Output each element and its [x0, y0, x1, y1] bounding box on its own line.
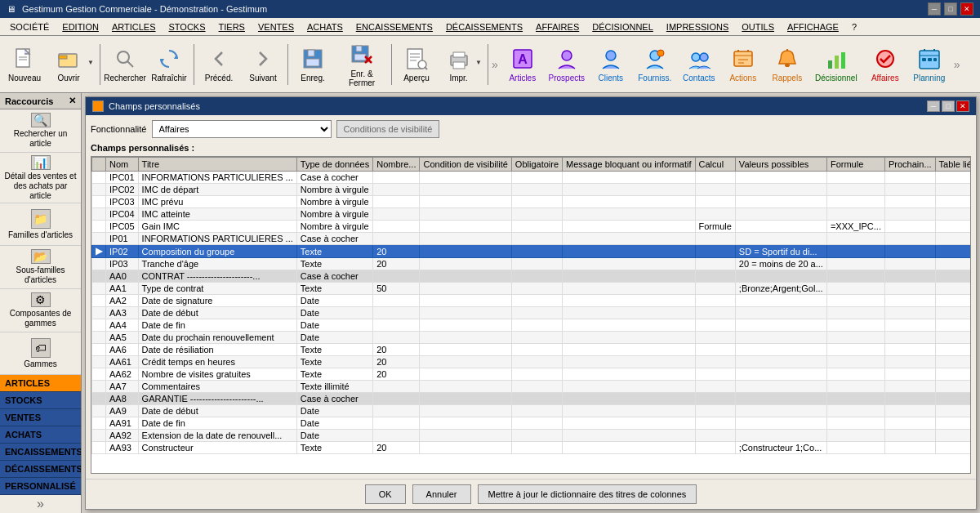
sidebar-item-sous-familles[interactable]: 📂 Sous-familles d'articles [0, 246, 81, 289]
sidebar-close-btn[interactable]: ✕ [69, 96, 76, 106]
table-row[interactable]: AA9Date de débutDate [92, 405, 972, 417]
dialog-minimize-btn[interactable]: ─ [927, 100, 940, 112]
actions-btn[interactable]: Actions [722, 39, 764, 90]
row-arrow-cell [92, 208, 106, 221]
preced-btn[interactable]: Précéd. [198, 39, 240, 90]
planning-btn[interactable]: Planning [908, 39, 951, 90]
table-row[interactable]: IPC05Gain IMCNombre à virguleFormule=XXX… [92, 221, 972, 233]
table-row[interactable]: AA8GARANTIE ----------------------...Cas… [92, 393, 972, 405]
enr-fermer-btn[interactable]: Enr. & Fermer [336, 39, 388, 90]
prospects-btn[interactable]: Prospects [546, 39, 588, 90]
menu-edition[interactable]: EDITION [56, 20, 105, 33]
table-row[interactable]: ▶IP02Composition du groupeTexte20SD = Sp… [92, 245, 972, 258]
sidebar-nav-encaissements[interactable]: ENCAISSEMENTS [0, 444, 81, 461]
table-row[interactable]: AA7CommentairesTexte illimité [92, 381, 972, 393]
table-row[interactable]: AA3Date de débutDate [92, 307, 972, 319]
table-header-row: Nom Titre Type de données Nombre... Cond… [92, 158, 972, 172]
table-row[interactable]: AA2Date de signatureDate [92, 295, 972, 307]
dialog-close-btn[interactable]: ✕ [956, 100, 969, 112]
table-row[interactable]: AA62Nombre de visites gratuitesTexte20 [92, 368, 972, 381]
conditions-visibilite-btn[interactable]: Conditions de visibilité [336, 120, 440, 138]
sidebar-nav-articles[interactable]: ARTICLES [0, 375, 81, 392]
menu-stocks[interactable]: STOCKS [163, 20, 212, 33]
nouveau-btn[interactable]: Nouveau [3, 39, 46, 90]
table-row[interactable]: AA91Date de finDate [92, 417, 972, 430]
affaires-btn[interactable]: Affaires [864, 39, 906, 90]
sidebar-item-rechercher-article[interactable]: 🔍 Rechercher un article [0, 109, 81, 153]
sidebar-nav-personnalise[interactable]: PERSONNALISÉ [0, 478, 81, 495]
fourniss-btn[interactable]: Fourniss. [634, 39, 676, 90]
sep4 [391, 44, 392, 85]
menu-decaissements[interactable]: DÉCAISSEMENTS [439, 20, 529, 33]
more-btn[interactable]: » [492, 58, 498, 71]
menu-articles[interactable]: ARTICLES [105, 20, 163, 33]
articles-btn[interactable]: A Articles [501, 39, 544, 90]
ok-btn[interactable]: OK [365, 484, 406, 504]
sidebar-item-familles[interactable]: 📁 Familles d'articles [0, 203, 81, 246]
table-row[interactable]: AA92Extension de la date de renouvell...… [92, 430, 972, 442]
table-row[interactable]: AA93ConstructeurTexte20;Constructeur 1;C… [92, 442, 972, 454]
rechercher-btn[interactable]: Rechercher [104, 39, 146, 90]
svg-rect-48 [922, 58, 926, 61]
dialog-maximize-btn[interactable]: □ [942, 100, 955, 112]
annuler-btn[interactable]: Annuler [412, 484, 471, 504]
ouvrir-dropdown-arrow[interactable]: ▼ [87, 59, 94, 69]
menu-help[interactable]: ? [845, 20, 863, 33]
sidebar-nav-decaissements[interactable]: DÉCAISSEMENTS [0, 461, 81, 478]
update-dict-btn[interactable]: Mettre à jour le dictionnaire des titres… [478, 484, 697, 504]
impr-btn[interactable]: Impr. ▼ [439, 39, 484, 90]
table-row[interactable]: AA0CONTRAT ----------------------...Case… [92, 270, 972, 283]
sidebar-item-detail-ventes[interactable]: 📊 Détail des ventes et des achats par ar… [0, 153, 81, 203]
composantes-icon: ⚙ [31, 292, 51, 307]
sidebar-item-gammes[interactable]: 🏷 Gammes [0, 332, 81, 375]
sidebar-expand-btn[interactable]: » [0, 495, 81, 513]
table-row[interactable]: AA1Type de contratTexte50;Bronze;Argent;… [92, 283, 972, 295]
table-row[interactable]: IPC03IMC prévuNombre à virgule [92, 196, 972, 208]
table-row[interactable]: IP01INFORMATIONS PARTICULIERES ...Case à… [92, 233, 972, 245]
table-row[interactable]: AA61Crédit temps en heuresTexte20 [92, 356, 972, 368]
table-row[interactable]: IPC01INFORMATIONS PARTICULIERES ...Case … [92, 172, 972, 184]
apercu-btn[interactable]: Aperçu [395, 39, 438, 90]
table-row[interactable]: IP03Tranche d'âgeTexte2020 = moins de 20… [92, 258, 972, 270]
table-row[interactable]: AA6Date de résiliationTexte20 [92, 344, 972, 356]
clients-icon [598, 46, 624, 72]
menu-affaires[interactable]: AFFAIRES [529, 20, 586, 33]
menu-affichage[interactable]: AFFICHAGE [781, 20, 845, 33]
toolbar-more-right[interactable]: » [954, 58, 960, 71]
cell-message [563, 381, 695, 393]
dialog-title: Champs personnalisés [109, 101, 927, 111]
svg-point-26 [562, 51, 572, 60]
menu-societe[interactable]: SOCIÉTÉ [3, 20, 56, 33]
cell-nom: AA92 [106, 430, 139, 442]
close-btn[interactable]: ✕ [960, 2, 973, 16]
fonctionnalite-select[interactable]: Affaires Articles Clients Contacts Fourn… [152, 120, 332, 138]
menu-impressions[interactable]: IMPRESSIONS [660, 20, 735, 33]
contacts-btn[interactable]: Contacts [678, 39, 720, 90]
sidebar-nav-achats[interactable]: ACHATS [0, 426, 81, 444]
ouvrir-btn[interactable]: Ouvrir ▼ [47, 39, 96, 90]
maximize-btn[interactable]: □ [944, 2, 957, 16]
cell-calcul: Formule [695, 221, 735, 233]
rappels-btn[interactable]: Rappels [766, 39, 808, 90]
impr-dropdown-arrow[interactable]: ▼ [475, 59, 482, 69]
menu-outils[interactable]: OUTILS [735, 20, 781, 33]
enreg-btn[interactable]: Enreg. [292, 39, 334, 90]
menu-tiers[interactable]: TIERS [212, 20, 252, 33]
minimize-btn[interactable]: ─ [928, 2, 941, 16]
sidebar-item-composantes[interactable]: ⚙ Composantes de gammes [0, 289, 81, 332]
sidebar-nav-ventes[interactable]: VENTES [0, 409, 81, 426]
menu-ventes[interactable]: VENTES [252, 20, 301, 33]
rafraichir-btn[interactable]: Rafraîchir [148, 39, 190, 90]
decisionnel-btn[interactable]: Décisionnel [810, 39, 862, 90]
clients-btn[interactable]: Clients [590, 39, 632, 90]
menu-achats[interactable]: ACHATS [301, 20, 350, 33]
table-row[interactable]: AA5Date du prochain renouvellementDate [92, 332, 972, 344]
menu-encaissements[interactable]: ENCAISSEMENTS [350, 20, 439, 33]
suivant-btn[interactable]: Suivant [242, 39, 284, 90]
cell-calcul [695, 319, 735, 332]
sidebar-nav-stocks[interactable]: STOCKS [0, 392, 81, 409]
table-row[interactable]: IPC02IMC de départNombre à virgule [92, 184, 972, 196]
table-row[interactable]: IPC04IMC atteinteNombre à virgule [92, 208, 972, 221]
table-row[interactable]: AA4Date de finDate [92, 319, 972, 332]
menu-decisionnel[interactable]: DÉCISIONNEL [586, 20, 660, 33]
